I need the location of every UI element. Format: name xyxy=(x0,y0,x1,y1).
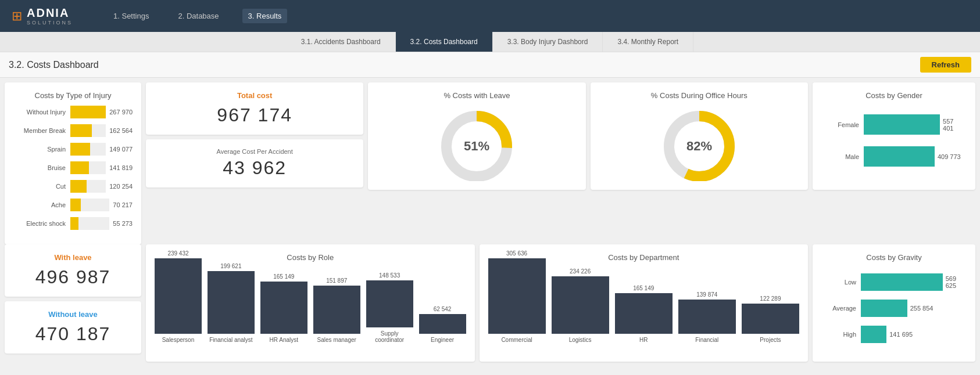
without-leave-label: Without leave xyxy=(13,310,133,319)
dept-chart: 305 636 Commercial 234 226 Logistics 165… xyxy=(488,268,800,343)
sub-tab-accidents[interactable]: 3.1. Accidents Dashboard xyxy=(287,32,396,52)
injury-row-3: Bruise 141 819 xyxy=(13,161,133,174)
gender-label-male: Male xyxy=(827,153,859,160)
costs-role-card: Costs by Role 239 432 Salesperson 199 62… xyxy=(146,244,475,362)
injury-fill-0 xyxy=(70,106,106,118)
injury-track-3 xyxy=(70,161,106,174)
dept-bar-4: 122 289 Projects xyxy=(742,295,799,343)
gender-val-female: 557 401 xyxy=(943,118,961,132)
injury-fill-5 xyxy=(70,199,81,211)
injury-label-6: Electric shock xyxy=(13,220,66,227)
costs-injury-card: Costs by Type of Injury Without Injury 2… xyxy=(5,82,141,244)
injury-fill-2 xyxy=(70,143,90,156)
injury-val-4: 120 254 xyxy=(109,183,133,190)
bottom-row: With leave 496 987 Without leave 470 187… xyxy=(0,244,980,366)
role-bar-2: 165 149 HR Analyst xyxy=(260,273,307,343)
costs-dept-card: Costs by Department 305 636 Commercial 2… xyxy=(480,244,809,362)
sub-tab-body[interactable]: 3.3. Body Injury Dashbord xyxy=(493,32,603,52)
gravity-val-low: 569 625 xyxy=(946,275,964,289)
with-leave-label: With leave xyxy=(13,253,133,262)
donut-office-chart: 82% xyxy=(653,106,746,181)
injury-track-1 xyxy=(70,124,106,137)
injury-label-2: Sprain xyxy=(13,146,66,153)
injury-track-6 xyxy=(70,217,109,230)
injury-val-0: 267 970 xyxy=(109,109,133,116)
injury-bars: Without Injury 267 970 Member Break 162 … xyxy=(13,106,133,230)
without-leave-card: Without leave 470 187 xyxy=(5,301,141,354)
stats-bottom-col: With leave 496 987 Without leave 470 187 xyxy=(5,244,141,362)
total-cost-label: Total cost xyxy=(155,91,355,100)
sub-tab-costs[interactable]: 3.2. Costs Dashboard xyxy=(396,32,493,52)
dept-bar-1: 234 226 Logistics xyxy=(552,268,609,343)
refresh-button[interactable]: Refresh xyxy=(920,57,971,73)
logo-sub: SOLUTIONS xyxy=(27,20,73,26)
logo-area: ⊞ ADNIA SOLUTIONS xyxy=(12,6,73,26)
injury-label-1: Member Break xyxy=(13,127,66,134)
gravity-bar-low xyxy=(861,273,943,291)
injury-val-3: 141 819 xyxy=(109,164,133,171)
injury-row-6: Electric shock 55 273 xyxy=(13,217,133,230)
costs-gravity-title: Costs by Gravity xyxy=(821,253,967,262)
sub-tab-monthly[interactable]: 3.4. Monthly Report xyxy=(603,32,693,52)
dept-bar-0: 305 636 Commercial xyxy=(488,250,546,343)
costs-with-leave-title: % Costs with Leave xyxy=(443,91,510,100)
injury-val-5: 70 217 xyxy=(113,201,133,208)
injury-fill-4 xyxy=(70,180,87,193)
costs-office-title: % Costs During Office Hours xyxy=(651,91,747,100)
injury-label-4: Cut xyxy=(13,183,66,190)
donut-leave-chart: 51% xyxy=(430,106,523,181)
gravity-bar-avg xyxy=(861,300,907,317)
injury-fill-6 xyxy=(70,217,78,230)
nav-tabs: 1. Settings 2. Database 3. Results xyxy=(108,9,287,23)
nav-tab-results[interactable]: 3. Results xyxy=(242,9,288,23)
avg-cost-label: Average Cost Per Accident xyxy=(155,148,355,155)
without-leave-value: 470 187 xyxy=(13,323,133,345)
gender-row-female: Female 557 401 xyxy=(827,114,961,135)
nav-tab-settings[interactable]: 1. Settings xyxy=(108,9,155,23)
injury-row-5: Ache 70 217 xyxy=(13,199,133,211)
gravity-label-high: High xyxy=(824,331,856,338)
costs-gender-title: Costs by Gender xyxy=(821,91,967,100)
injury-val-6: 55 273 xyxy=(113,220,133,227)
logo-icon: ⊞ xyxy=(12,9,22,24)
with-leave-value: 496 987 xyxy=(13,266,133,288)
stats-top-col: Total cost 967 174 Average Cost Per Acci… xyxy=(146,82,363,190)
dept-bar-3: 139 874 Financial xyxy=(678,291,736,343)
costs-gravity-card: Costs by Gravity Low 569 625 Average 255… xyxy=(813,244,975,362)
total-cost-value: 967 174 xyxy=(155,104,355,126)
role-bar-0: 239 432 Salesperson xyxy=(155,250,202,343)
role-bar-3: 151 897 Sales manager xyxy=(313,277,360,343)
gravity-val-avg: 255 854 xyxy=(910,305,933,312)
injury-row-1: Member Break 162 564 xyxy=(13,124,133,137)
injury-fill-3 xyxy=(70,161,89,174)
top-header: ⊞ ADNIA SOLUTIONS 1. Settings 2. Databas… xyxy=(0,0,980,32)
svg-text:82%: 82% xyxy=(686,139,712,153)
injury-label-3: Bruise xyxy=(13,164,66,171)
dept-bar-2: 165 149 HR xyxy=(615,285,673,343)
injury-row-4: Cut 120 254 xyxy=(13,180,133,193)
with-leave-card: With leave 496 987 xyxy=(5,244,141,297)
role-chart: 239 432 Salesperson 199 621 Financial an… xyxy=(155,268,466,343)
gender-bar-male xyxy=(864,146,935,167)
avg-cost-card: Average Cost Per Accident 43 962 xyxy=(146,139,363,188)
gender-bar-female xyxy=(864,114,940,135)
costs-with-leave-card: % Costs with Leave 51% xyxy=(368,82,585,190)
avg-cost-value: 43 962 xyxy=(155,157,355,179)
page-title-bar: 3.2. Costs Dashboard Refresh xyxy=(0,52,980,78)
total-cost-card: Total cost 967 174 xyxy=(146,82,363,135)
gravity-label-low: Low xyxy=(824,279,856,286)
gravity-row-low: Low 569 625 xyxy=(824,273,964,291)
costs-office-card: % Costs During Office Hours 82% xyxy=(591,82,808,190)
role-bar-4: 148 533 Supply coordinator xyxy=(366,272,413,343)
nav-tab-database[interactable]: 2. Database xyxy=(172,9,224,23)
injury-val-1: 162 564 xyxy=(109,127,133,134)
injury-row-2: Sprain 149 077 xyxy=(13,143,133,156)
injury-label-0: Without Injury xyxy=(13,109,66,116)
costs-gender-card: Costs by Gender Female 557 401 Male 409 … xyxy=(813,82,975,190)
logo-text: ADNIA xyxy=(27,6,69,19)
gender-label-female: Female xyxy=(827,121,859,128)
role-bar-1: 199 621 Financial analyst xyxy=(208,263,255,343)
gravity-bar-high xyxy=(861,326,886,343)
injury-row-0: Without Injury 267 970 xyxy=(13,106,133,118)
svg-text:51%: 51% xyxy=(464,139,489,153)
